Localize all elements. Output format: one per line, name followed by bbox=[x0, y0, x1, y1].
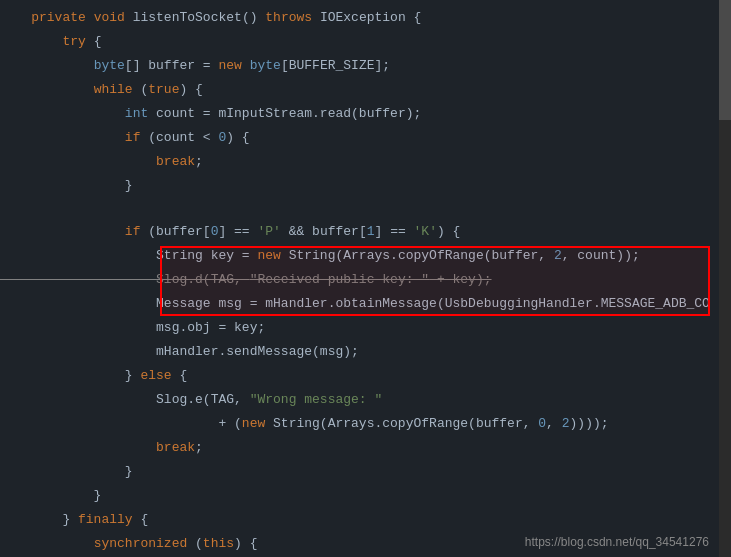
code-line: } bbox=[0, 484, 711, 508]
code-line: break; bbox=[0, 436, 711, 460]
scrollbar[interactable] bbox=[719, 0, 731, 557]
code-line: while (true) { bbox=[0, 78, 711, 102]
code-line: } bbox=[0, 460, 711, 484]
code-line: try { bbox=[0, 30, 711, 54]
code-line: } else { bbox=[0, 364, 711, 388]
code-line: String key = new String(Arrays.copyOfRan… bbox=[0, 244, 711, 268]
code-line: Message msg = mHandler.obtainMessage(Usb… bbox=[0, 292, 711, 316]
code-line bbox=[0, 198, 711, 220]
code-line: if (count < 0) { bbox=[0, 126, 711, 150]
code-lines: private void listenToSocket() throws IOE… bbox=[0, 0, 711, 557]
scrollbar-thumb[interactable] bbox=[719, 0, 731, 120]
code-editor: private void listenToSocket() throws IOE… bbox=[0, 0, 731, 557]
code-line: msg.obj = key; bbox=[0, 316, 711, 340]
code-line: Slog.e(TAG, "Wrong message: " bbox=[0, 388, 711, 412]
code-line: private void listenToSocket() throws IOE… bbox=[0, 6, 711, 30]
code-line: byte[] buffer = new byte[BUFFER_SIZE]; bbox=[0, 54, 711, 78]
code-line: + (new String(Arrays.copyOfRange(buffer,… bbox=[0, 412, 711, 436]
code-line: } bbox=[0, 174, 711, 198]
code-line: Slog.d(TAG, "Received public key: " + ke… bbox=[0, 268, 711, 292]
code-line: int count = mInputStream.read(buffer); bbox=[0, 102, 711, 126]
watermark: https://blog.csdn.net/qq_34541276 bbox=[525, 535, 709, 549]
code-line: break; bbox=[0, 150, 711, 174]
code-line: } finally { bbox=[0, 508, 711, 532]
code-line: if (buffer[0] == 'P' && buffer[1] == 'K'… bbox=[0, 220, 711, 244]
code-line: mHandler.sendMessage(msg); bbox=[0, 340, 711, 364]
